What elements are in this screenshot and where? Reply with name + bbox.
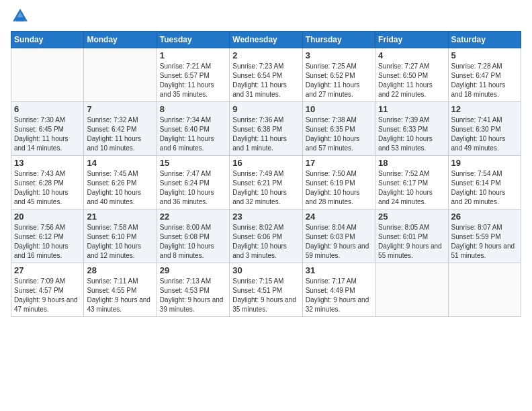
day-info: Sunrise: 7:23 AM Sunset: 6:54 PM Dayligh… bbox=[232, 62, 299, 99]
calendar-cell: 5Sunrise: 7:28 AM Sunset: 6:47 PM Daylig… bbox=[448, 48, 521, 102]
day-number: 30 bbox=[232, 265, 299, 275]
day-info: Sunrise: 7:58 AM Sunset: 6:10 PM Dayligh… bbox=[87, 223, 153, 261]
day-number: 24 bbox=[306, 212, 372, 222]
day-number: 25 bbox=[378, 212, 445, 222]
day-number: 11 bbox=[378, 104, 445, 114]
day-info: Sunrise: 7:38 AM Sunset: 6:35 PM Dayligh… bbox=[306, 116, 372, 153]
day-info: Sunrise: 7:09 AM Sunset: 4:57 PM Dayligh… bbox=[14, 277, 81, 314]
day-info: Sunrise: 7:47 AM Sunset: 6:24 PM Dayligh… bbox=[160, 169, 226, 207]
header bbox=[11, 7, 521, 26]
day-info: Sunrise: 7:32 AM Sunset: 6:42 PM Dayligh… bbox=[87, 116, 153, 153]
day-info: Sunrise: 8:07 AM Sunset: 5:59 PM Dayligh… bbox=[451, 223, 518, 261]
calendar-cell: 20Sunrise: 7:56 AM Sunset: 6:12 PM Dayli… bbox=[11, 210, 84, 263]
day-number: 2 bbox=[232, 50, 299, 60]
day-number: 10 bbox=[306, 104, 372, 114]
day-number: 7 bbox=[87, 104, 153, 114]
day-number: 3 bbox=[306, 50, 372, 60]
day-number: 13 bbox=[14, 158, 81, 168]
day-number: 4 bbox=[378, 50, 445, 60]
calendar-cell: 1Sunrise: 7:21 AM Sunset: 6:57 PM Daylig… bbox=[157, 48, 229, 102]
day-number: 22 bbox=[160, 212, 226, 222]
calendar-cell bbox=[11, 48, 84, 102]
day-info: Sunrise: 7:11 AM Sunset: 4:55 PM Dayligh… bbox=[87, 277, 153, 314]
weekday-header-saturday: Saturday bbox=[448, 32, 521, 48]
day-info: Sunrise: 7:25 AM Sunset: 6:52 PM Dayligh… bbox=[306, 62, 372, 99]
logo-icon bbox=[11, 7, 30, 26]
calendar-cell: 2Sunrise: 7:23 AM Sunset: 6:54 PM Daylig… bbox=[230, 48, 302, 102]
day-info: Sunrise: 7:54 AM Sunset: 6:14 PM Dayligh… bbox=[451, 169, 518, 207]
day-info: Sunrise: 7:17 AM Sunset: 4:49 PM Dayligh… bbox=[306, 277, 372, 314]
day-info: Sunrise: 8:00 AM Sunset: 6:08 PM Dayligh… bbox=[160, 223, 226, 261]
weekday-header-wednesday: Wednesday bbox=[230, 32, 302, 48]
day-info: Sunrise: 7:21 AM Sunset: 6:57 PM Dayligh… bbox=[160, 62, 226, 99]
calendar-cell: 4Sunrise: 7:27 AM Sunset: 6:50 PM Daylig… bbox=[375, 48, 448, 102]
day-number: 26 bbox=[451, 212, 518, 222]
calendar-cell: 11Sunrise: 7:39 AM Sunset: 6:33 PM Dayli… bbox=[375, 102, 448, 156]
day-number: 6 bbox=[14, 104, 81, 114]
calendar-cell: 6Sunrise: 7:30 AM Sunset: 6:45 PM Daylig… bbox=[11, 102, 84, 156]
day-info: Sunrise: 7:15 AM Sunset: 4:51 PM Dayligh… bbox=[232, 277, 299, 314]
day-info: Sunrise: 7:39 AM Sunset: 6:33 PM Dayligh… bbox=[378, 116, 445, 153]
day-number: 20 bbox=[14, 212, 81, 222]
day-number: 14 bbox=[87, 158, 153, 168]
calendar-cell: 29Sunrise: 7:13 AM Sunset: 4:53 PM Dayli… bbox=[157, 263, 229, 317]
day-number: 28 bbox=[87, 265, 153, 275]
calendar-cell: 7Sunrise: 7:32 AM Sunset: 6:42 PM Daylig… bbox=[84, 102, 157, 156]
day-info: Sunrise: 7:56 AM Sunset: 6:12 PM Dayligh… bbox=[14, 223, 81, 261]
day-number: 15 bbox=[160, 158, 226, 168]
day-number: 18 bbox=[378, 158, 445, 168]
calendar-cell: 22Sunrise: 8:00 AM Sunset: 6:08 PM Dayli… bbox=[157, 210, 229, 263]
day-number: 5 bbox=[451, 50, 518, 60]
calendar-week-5: 27Sunrise: 7:09 AM Sunset: 4:57 PM Dayli… bbox=[11, 263, 521, 317]
calendar-cell: 23Sunrise: 8:02 AM Sunset: 6:06 PM Dayli… bbox=[230, 210, 302, 263]
day-info: Sunrise: 8:04 AM Sunset: 6:03 PM Dayligh… bbox=[306, 223, 372, 261]
day-info: Sunrise: 7:45 AM Sunset: 6:26 PM Dayligh… bbox=[87, 169, 153, 207]
calendar-cell: 14Sunrise: 7:45 AM Sunset: 6:26 PM Dayli… bbox=[84, 156, 157, 210]
calendar-cell: 25Sunrise: 8:05 AM Sunset: 6:01 PM Dayli… bbox=[375, 210, 448, 263]
day-info: Sunrise: 7:43 AM Sunset: 6:28 PM Dayligh… bbox=[14, 169, 81, 207]
calendar-week-4: 20Sunrise: 7:56 AM Sunset: 6:12 PM Dayli… bbox=[11, 210, 521, 263]
day-number: 8 bbox=[160, 104, 226, 114]
day-info: Sunrise: 7:34 AM Sunset: 6:40 PM Dayligh… bbox=[160, 116, 226, 153]
weekday-header-tuesday: Tuesday bbox=[157, 32, 229, 48]
day-number: 27 bbox=[14, 265, 81, 275]
day-number: 21 bbox=[87, 212, 153, 222]
svg-rect-2 bbox=[16, 17, 24, 21]
day-number: 31 bbox=[306, 265, 372, 275]
calendar-cell: 19Sunrise: 7:54 AM Sunset: 6:14 PM Dayli… bbox=[448, 156, 521, 210]
calendar-cell: 18Sunrise: 7:52 AM Sunset: 6:17 PM Dayli… bbox=[375, 156, 448, 210]
day-info: Sunrise: 8:02 AM Sunset: 6:06 PM Dayligh… bbox=[232, 223, 299, 261]
calendar-cell: 26Sunrise: 8:07 AM Sunset: 5:59 PM Dayli… bbox=[448, 210, 521, 263]
day-number: 9 bbox=[232, 104, 299, 114]
calendar-cell bbox=[448, 263, 521, 317]
calendar-cell: 9Sunrise: 7:36 AM Sunset: 6:38 PM Daylig… bbox=[230, 102, 302, 156]
calendar-cell: 15Sunrise: 7:47 AM Sunset: 6:24 PM Dayli… bbox=[157, 156, 229, 210]
calendar-cell: 28Sunrise: 7:11 AM Sunset: 4:55 PM Dayli… bbox=[84, 263, 157, 317]
calendar-cell: 16Sunrise: 7:49 AM Sunset: 6:21 PM Dayli… bbox=[230, 156, 302, 210]
calendar-cell bbox=[375, 263, 448, 317]
calendar-cell: 30Sunrise: 7:15 AM Sunset: 4:51 PM Dayli… bbox=[230, 263, 302, 317]
calendar-cell: 10Sunrise: 7:38 AM Sunset: 6:35 PM Dayli… bbox=[302, 102, 375, 156]
day-info: Sunrise: 7:50 AM Sunset: 6:19 PM Dayligh… bbox=[306, 169, 372, 207]
calendar-week-2: 6Sunrise: 7:30 AM Sunset: 6:45 PM Daylig… bbox=[11, 102, 521, 156]
calendar-cell: 8Sunrise: 7:34 AM Sunset: 6:40 PM Daylig… bbox=[157, 102, 229, 156]
weekday-header-sunday: Sunday bbox=[11, 32, 84, 48]
calendar-cell bbox=[84, 48, 157, 102]
weekday-header-monday: Monday bbox=[84, 32, 157, 48]
calendar-week-1: 1Sunrise: 7:21 AM Sunset: 6:57 PM Daylig… bbox=[11, 48, 521, 102]
page: SundayMondayTuesdayWednesdayThursdayFrid… bbox=[0, 0, 532, 411]
day-info: Sunrise: 8:05 AM Sunset: 6:01 PM Dayligh… bbox=[378, 223, 445, 261]
weekday-header-friday: Friday bbox=[375, 32, 448, 48]
day-info: Sunrise: 7:36 AM Sunset: 6:38 PM Dayligh… bbox=[232, 116, 299, 153]
day-info: Sunrise: 7:30 AM Sunset: 6:45 PM Dayligh… bbox=[14, 116, 81, 153]
day-info: Sunrise: 7:41 AM Sunset: 6:30 PM Dayligh… bbox=[451, 116, 518, 153]
day-info: Sunrise: 7:52 AM Sunset: 6:17 PM Dayligh… bbox=[378, 169, 445, 207]
weekday-header-thursday: Thursday bbox=[302, 32, 375, 48]
calendar-cell: 13Sunrise: 7:43 AM Sunset: 6:28 PM Dayli… bbox=[11, 156, 84, 210]
weekday-header-row: SundayMondayTuesdayWednesdayThursdayFrid… bbox=[11, 32, 521, 48]
day-number: 1 bbox=[160, 50, 226, 60]
calendar-week-3: 13Sunrise: 7:43 AM Sunset: 6:28 PM Dayli… bbox=[11, 156, 521, 210]
day-info: Sunrise: 7:49 AM Sunset: 6:21 PM Dayligh… bbox=[232, 169, 299, 207]
day-number: 19 bbox=[451, 158, 518, 168]
day-info: Sunrise: 7:28 AM Sunset: 6:47 PM Dayligh… bbox=[451, 62, 518, 99]
